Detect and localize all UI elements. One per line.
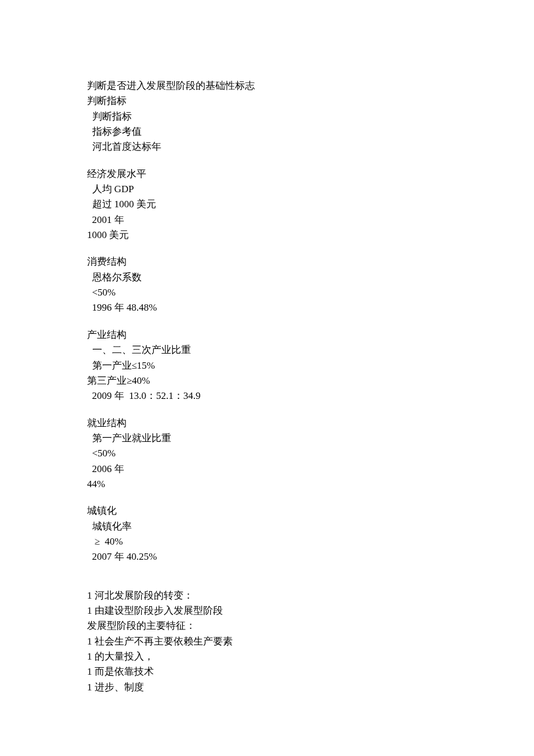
notes-section: 1 河北发展阶段的转变： 1 由建设型阶段步入发展型阶段 发展型阶段的主要特征：… [87,588,447,695]
section-economy: 经济发展水平 人均 GDP 超过 1000 美元 2001 年 1000 美元 [87,167,447,243]
document-header: 判断是否进入发展型阶段的基础性标志 判断指标 判断指标 指标参考值 河北首度达标… [87,78,447,155]
header-label-2: 判断指标 [87,109,447,124]
note-line: 1 而是依靠技术 [87,664,447,679]
reference-value: <50% [87,446,447,461]
category-label: 经济发展水平 [87,167,447,182]
category-label: 城镇化 [87,503,447,519]
indicator-label: 恩格尔系数 [87,270,447,285]
year-value: 2007 年 40.25% [87,549,447,564]
extra-value: 44% [87,477,447,492]
reference-value: 第一产业≤15% [87,358,447,373]
spacer [87,577,447,588]
section-industry: 产业结构 一、二、三次产业比重 第一产业≤15% 第三产业≥40% 2009 年… [87,327,447,404]
reference-value: 超过 1000 美元 [87,197,447,212]
category-label: 产业结构 [87,327,447,343]
reference-value-2: 第三产业≥40% [87,373,447,388]
indicator-label: 城镇化率 [87,519,447,534]
category-label: 就业结构 [87,416,447,431]
indicator-label: 第一产业就业比重 [87,431,447,446]
section-employment: 就业结构 第一产业就业比重 <50% 2006 年 44% [87,416,447,492]
year-value: 2001 年 [87,213,447,228]
indicator-label: 人均 GDP [87,182,447,197]
reference-value: ≥ 40% [87,534,447,549]
category-label: 消费结构 [87,254,447,269]
document-title: 判断是否进入发展型阶段的基础性标志 [87,78,447,93]
reference-value: <50% [87,285,447,300]
note-line: 发展型阶段的主要特征： [87,618,447,633]
year-value: 2009 年 13.0：52.1：34.9 [87,388,447,404]
section-consumption: 消费结构 恩格尔系数 <50% 1996 年 48.48% [87,254,447,315]
header-label-1: 判断指标 [87,93,447,109]
indicator-label: 一、二、三次产业比重 [87,343,447,358]
extra-value: 1000 美元 [87,228,447,243]
year-value: 2006 年 [87,462,447,477]
note-line: 1 的大量投入， [87,649,447,664]
note-line: 1 河北发展阶段的转变： [87,588,447,603]
note-line: 1 由建设型阶段步入发展型阶段 [87,603,447,618]
section-urbanization: 城镇化 城镇化率 ≥ 40% 2007 年 40.25% [87,503,447,564]
header-label-3: 指标参考值 [87,124,447,139]
year-value: 1996 年 48.48% [87,300,447,315]
note-line: 1 进步、制度 [87,680,447,695]
header-label-4: 河北首度达标年 [87,139,447,154]
note-line: 1 社会生产不再主要依赖生产要素 [87,634,447,649]
